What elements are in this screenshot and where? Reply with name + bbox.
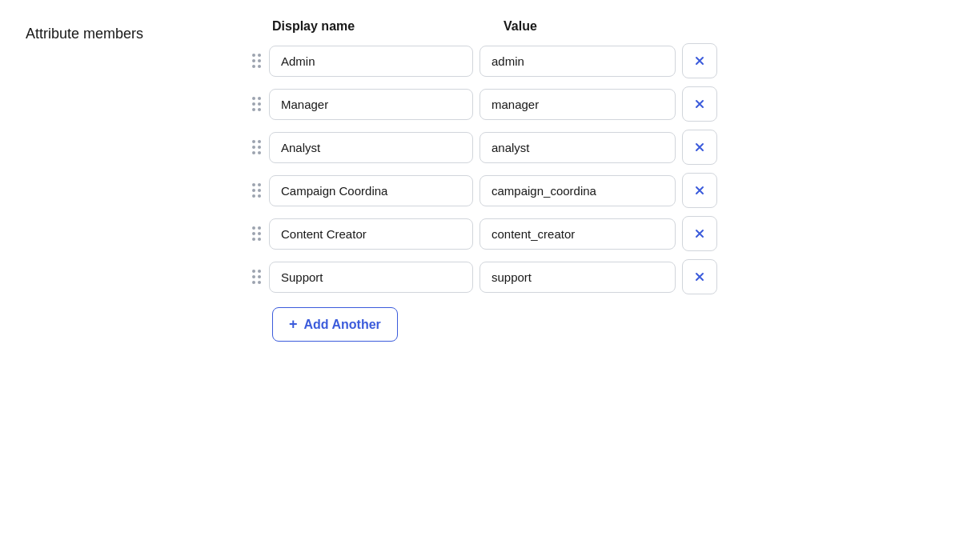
value-input-4[interactable]: [479, 218, 676, 250]
display-name-input-0[interactable]: [269, 46, 473, 77]
remove-button-3[interactable]: [682, 173, 717, 208]
drag-handle-3[interactable]: [250, 183, 263, 198]
table-row: [250, 130, 949, 165]
remove-button-5[interactable]: [682, 259, 717, 294]
display-name-column-header: Display name: [272, 19, 484, 34]
display-name-input-4[interactable]: [269, 218, 473, 250]
table-row: [250, 173, 949, 208]
add-another-label: Add Another: [304, 318, 381, 332]
value-input-5[interactable]: [479, 262, 676, 293]
display-name-input-1[interactable]: [269, 89, 473, 120]
value-column-header: Value: [504, 19, 537, 34]
value-input-0[interactable]: [479, 46, 676, 77]
table-row: [250, 86, 949, 122]
value-input-3[interactable]: [479, 175, 676, 206]
section-title: Attribute members: [26, 19, 250, 541]
display-name-input-5[interactable]: [269, 262, 473, 293]
remove-button-2[interactable]: [682, 130, 717, 165]
display-name-input-3[interactable]: [269, 175, 473, 206]
remove-button-0[interactable]: [682, 43, 717, 78]
remove-button-4[interactable]: [682, 216, 717, 251]
drag-handle-4[interactable]: [250, 226, 263, 241]
table-row: [250, 43, 949, 78]
drag-handle-1[interactable]: [250, 97, 263, 111]
attribute-rows: [250, 43, 949, 294]
column-headers: Display name Value: [250, 19, 949, 34]
table-row: [250, 216, 949, 251]
attribute-form: Display name Value: [250, 19, 949, 541]
value-input-2[interactable]: [479, 132, 676, 163]
value-input-1[interactable]: [479, 89, 676, 120]
drag-handle-5[interactable]: [250, 270, 263, 284]
plus-icon: +: [289, 316, 298, 333]
drag-handle-2[interactable]: [250, 140, 263, 154]
remove-button-1[interactable]: [682, 86, 717, 122]
table-row: [250, 259, 949, 294]
display-name-input-2[interactable]: [269, 132, 473, 163]
add-another-button[interactable]: + Add Another: [272, 307, 398, 342]
drag-handle-0[interactable]: [250, 54, 263, 68]
